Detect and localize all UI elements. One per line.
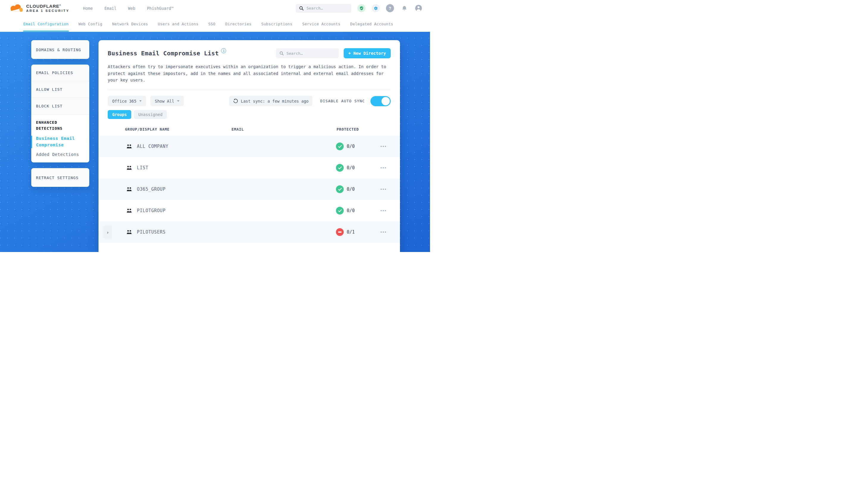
last-sync-button[interactable]: Last sync: a few minutes ago [229,96,313,106]
help-button[interactable]: ? [386,4,394,12]
global-search-input[interactable] [306,6,348,11]
sidebar-item-allow-list[interactable]: ALLOW LIST [31,81,89,98]
tab-delegated-accounts[interactable]: Delegated Accounts [350,16,393,31]
more-actions-button[interactable] [379,209,387,213]
more-actions-button[interactable] [379,187,387,191]
column-header-protected: PROTECTED [336,127,359,131]
auto-sync-toggle[interactable] [371,96,391,106]
groups-pill[interactable]: Groups [108,110,131,119]
protected-status-badge [336,207,344,215]
table-row: › ALL COMPANY 0/0 [99,136,400,157]
bell-icon [402,6,407,11]
primary-nav: Home Email Web PhishGuard™ [83,6,173,11]
tab-email-configuration[interactable]: Email Configuration [23,16,69,31]
global-search[interactable] [296,4,351,13]
nav-item-email[interactable]: Email [104,6,117,11]
table-row: › PILOTGROUP 0/0 [99,200,400,221]
search-icon [299,6,304,11]
protected-count: 0/0 [347,144,355,149]
cloudflare-logo: CLOUDFLARE® AREA 1 SECURITY [8,3,69,13]
directory-search[interactable] [276,48,339,58]
sidebar-item-enhanced-detections[interactable]: ENHANCED DETECTIONS Business Email Compr… [31,115,89,162]
protected-count: 0/0 [347,208,355,213]
tab-network-devices[interactable]: Network Devices [112,16,148,31]
table-row: › PILOTUSERS 0/1 [99,221,400,243]
tab-sso[interactable]: SSO [208,16,215,31]
header-actions: ? [296,4,422,13]
section-tabs: Email Configuration Web Config Network D… [0,16,430,32]
group-name: O365_GROUP [137,187,166,192]
unassigned-pill[interactable]: Unassigned [134,110,167,119]
view-pills: Groups Unassigned [108,110,391,119]
table-row: › LIST 0/0 [99,157,400,178]
chevron-down-icon [139,100,142,102]
content-background: DOMAINS & ROUTING EMAIL POLICIES ALLOW L… [0,32,430,252]
directory-source-select[interactable]: Office 365 [108,96,146,106]
column-header-email: EMAIL [231,127,244,131]
column-header-group-display-name: GROUP/DISPLAY NAME [125,127,170,131]
notifications-button[interactable] [400,4,408,12]
more-actions-button[interactable] [379,145,387,148]
settings-button[interactable] [372,4,380,12]
view-filter-value: Show All [155,99,174,103]
tab-users-and-actions[interactable]: Users and Actions [158,16,198,31]
expand-row-button[interactable]: › [103,225,112,239]
info-icon[interactable]: i [221,48,226,53]
tab-service-accounts[interactable]: Service Accounts [302,16,340,31]
new-directory-button[interactable]: + New Directory [344,48,391,58]
sidebar-item-label: BLOCK LIST [36,104,62,108]
sidebar-subitem-added-detections[interactable]: Added Detections [36,152,85,157]
shield-check-icon [359,6,364,11]
sidebar-item-block-list[interactable]: BLOCK LIST [31,98,89,115]
security-status-button[interactable] [357,4,366,12]
question-mark-icon: ? [389,6,391,11]
protected-count: 0/1 [347,229,355,235]
group-name: ALL COMPANY [137,144,169,149]
directory-source-value: Office 365 [112,99,136,103]
nav-item-phishguard[interactable]: PhishGuard™ [147,6,173,11]
table-header: GROUP/DISPLAY NAME EMAIL PROTECTED [99,121,400,136]
tab-subscriptions[interactable]: Subscriptions [261,16,292,31]
protected-status-badge [336,185,344,193]
group-name: PILOTGROUP [137,208,166,213]
more-actions-button[interactable] [379,230,387,234]
account-button[interactable] [415,4,422,12]
table-row: › O365_GROUP 0/0 [99,178,400,200]
sidebar-item-email-policies[interactable]: EMAIL POLICIES [31,64,89,81]
sidebar-subitem-business-email-compromise[interactable]: Business Email Compromise [36,135,85,148]
page-title: Business Email Compromise List [108,50,219,57]
user-avatar-icon [415,4,422,12]
group-people-icon [127,187,132,192]
panel-header: Business Email Compromise List i + New D… [99,48,400,58]
sidebar-item-label: EMAIL POLICIES [36,71,73,75]
registered-mark: ® [59,4,61,6]
group-people-icon [127,230,132,234]
protected-status-badge [336,228,344,236]
last-sync-label: Last sync: a few minutes ago [241,99,309,103]
directory-search-input[interactable] [287,51,335,56]
chevron-down-icon [177,100,180,102]
sidebar-item-domains-routing[interactable]: DOMAINS & ROUTING [31,40,89,59]
view-filter-select[interactable]: Show All [150,96,184,106]
group-people-icon [127,166,132,170]
nav-item-web[interactable]: Web [128,6,135,11]
gear-icon [373,6,378,11]
toggle-knob [382,97,390,105]
divider [108,90,391,90]
protected-count: 0/0 [347,165,355,171]
sidebar-item-label: ENHANCED DETECTIONS [36,120,85,131]
protected-count: 0/0 [347,187,355,192]
more-actions-button[interactable] [379,166,387,170]
nav-item-home[interactable]: Home [83,6,93,11]
sidebar-item-retract-settings[interactable]: RETRACT SETTINGS [31,168,89,187]
sidebar-item-label: ALLOW LIST [36,87,62,92]
sidebar-policies-card: EMAIL POLICIES ALLOW LIST BLOCK LIST ENH… [31,64,89,162]
sidebar-item-label: RETRACT SETTINGS [36,175,78,180]
search-icon [280,51,284,56]
group-table: › ALL COMPANY 0/0 › LIST 0/0 › O365_GROU… [99,136,400,243]
tab-directories[interactable]: Directories [225,16,252,31]
settings-sidebar: DOMAINS & ROUTING EMAIL POLICIES ALLOW L… [31,40,89,187]
group-name: LIST [137,165,148,171]
sidebar-item-label: DOMAINS & ROUTING [36,48,81,52]
tab-web-config[interactable]: Web Config [78,16,102,31]
